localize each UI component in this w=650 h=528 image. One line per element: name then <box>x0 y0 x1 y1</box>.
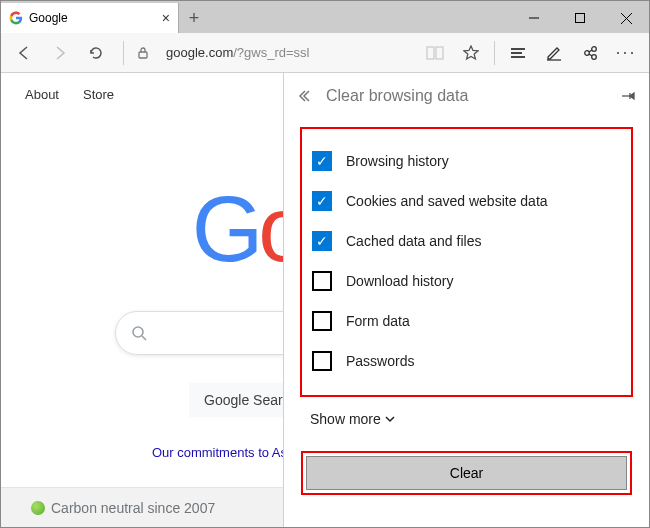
svg-line-14 <box>589 50 592 52</box>
address-bar[interactable]: google.com/?gws_rd=ssl <box>162 39 416 67</box>
forward-button[interactable] <box>43 36 77 70</box>
clear-button[interactable]: Clear <box>306 456 627 490</box>
google-favicon <box>9 11 23 25</box>
checkbox[interactable] <box>312 351 332 371</box>
checkbox[interactable] <box>312 271 332 291</box>
options-list: ✓Browsing history✓Cookies and saved webs… <box>300 127 633 397</box>
share-icon[interactable] <box>573 36 607 70</box>
show-more-button[interactable]: Show more <box>310 411 623 427</box>
back-button[interactable] <box>7 36 41 70</box>
maximize-button[interactable] <box>557 3 603 33</box>
leaf-icon <box>31 501 45 515</box>
reading-view-icon[interactable] <box>418 36 452 70</box>
search-icon <box>132 326 147 341</box>
svg-rect-4 <box>139 52 147 58</box>
pin-icon[interactable] <box>621 89 635 103</box>
store-link[interactable]: Store <box>83 87 114 102</box>
lock-icon[interactable] <box>126 36 160 70</box>
svg-line-17 <box>142 336 146 340</box>
option-label: Download history <box>346 273 453 289</box>
checkbox[interactable]: ✓ <box>312 231 332 251</box>
svg-point-13 <box>592 54 597 59</box>
back-icon[interactable] <box>298 89 312 103</box>
chevron-down-icon <box>385 414 395 424</box>
option-label: Browsing history <box>346 153 449 169</box>
option-label: Cached data and files <box>346 233 481 249</box>
option-row[interactable]: Passwords <box>312 341 621 381</box>
option-row[interactable]: ✓Cookies and saved website data <box>312 181 621 221</box>
option-label: Form data <box>346 313 410 329</box>
tab-active[interactable]: Google × <box>1 3 179 33</box>
hub-icon[interactable] <box>501 36 535 70</box>
svg-rect-1 <box>576 14 585 23</box>
more-icon[interactable]: ··· <box>609 36 643 70</box>
option-label: Passwords <box>346 353 414 369</box>
window-controls <box>511 3 649 33</box>
option-label: Cookies and saved website data <box>346 193 548 209</box>
svg-point-11 <box>585 50 590 55</box>
close-tab-icon[interactable]: × <box>162 10 170 26</box>
option-row[interactable]: Download history <box>312 261 621 301</box>
svg-line-15 <box>589 54 592 56</box>
checkbox[interactable]: ✓ <box>312 191 332 211</box>
refresh-button[interactable] <box>79 36 113 70</box>
carbon-text: Carbon neutral since 2007 <box>51 500 215 516</box>
svg-point-12 <box>592 46 597 51</box>
toolbar: google.com/?gws_rd=ssl ··· <box>1 33 649 73</box>
clear-data-panel: Clear browsing data ✓Browsing history✓Co… <box>283 73 649 527</box>
minimize-button[interactable] <box>511 3 557 33</box>
new-tab-button[interactable]: + <box>179 3 209 33</box>
notes-icon[interactable] <box>537 36 571 70</box>
panel-title: Clear browsing data <box>326 87 468 105</box>
option-row[interactable]: Form data <box>312 301 621 341</box>
tab-bar: Google × + <box>1 1 649 33</box>
option-row[interactable]: ✓Cached data and files <box>312 221 621 261</box>
checkbox[interactable]: ✓ <box>312 151 332 171</box>
close-window-button[interactable] <box>603 3 649 33</box>
checkbox[interactable] <box>312 311 332 331</box>
about-link[interactable]: About <box>25 87 59 102</box>
svg-rect-5 <box>427 47 434 59</box>
tab-title: Google <box>29 11 156 25</box>
svg-point-16 <box>133 327 143 337</box>
favorite-icon[interactable] <box>454 36 488 70</box>
svg-rect-6 <box>436 47 443 59</box>
option-row[interactable]: ✓Browsing history <box>312 141 621 181</box>
